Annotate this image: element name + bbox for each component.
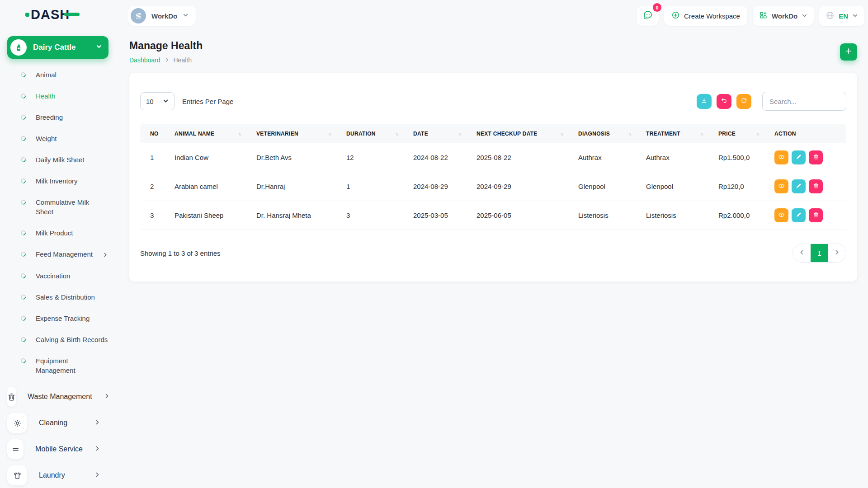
- undo-button[interactable]: [717, 94, 731, 109]
- sidebar-item-feed-management[interactable]: Feed Management: [0, 244, 116, 265]
- building-icon: [131, 8, 146, 23]
- cell-price: Rp2.000,0: [714, 201, 770, 230]
- create-workspace-button[interactable]: Create Workspace: [664, 6, 747, 26]
- cell-price: Rp120,0: [714, 172, 770, 201]
- sort-icon[interactable]: ↑↓: [560, 131, 563, 136]
- export-button[interactable]: [697, 94, 712, 109]
- bullet-ring-icon: [20, 315, 27, 322]
- cell-animal-name: Indian Cow: [170, 143, 252, 172]
- trash-icon: [813, 154, 819, 161]
- page-header: Manage Health Dashboard Health: [116, 26, 868, 64]
- sidebar-module-cleaning[interactable]: Cleaning: [0, 410, 116, 436]
- globe-icon: [826, 11, 835, 21]
- sidebar-item-weight[interactable]: Weight: [0, 128, 116, 149]
- view-button[interactable]: [774, 208, 788, 222]
- cell-next-checkup-date: 2025-08-22: [472, 143, 574, 172]
- cell-diagnosis: Listeriosis: [574, 201, 642, 230]
- next-page-button[interactable]: [828, 244, 846, 262]
- entries-per-page-value: 10: [146, 98, 154, 105]
- cell-actions: [770, 143, 846, 172]
- sidebar-item-milk-inventory[interactable]: Milk Inventory: [0, 170, 116, 192]
- chat-bubble-icon: [642, 9, 653, 22]
- pencil-icon: [796, 183, 802, 190]
- sidebar-item-label: Calving & Birth Records: [36, 335, 108, 344]
- breadcrumb-dashboard-link[interactable]: Dashboard: [129, 56, 160, 64]
- bullet-ring-icon: [20, 71, 27, 78]
- workspace-switcher[interactable]: WorkDo: [128, 6, 196, 26]
- bullet-ring-icon: [20, 272, 27, 279]
- page-number-button[interactable]: 1: [811, 244, 828, 262]
- bullet-ring-icon: [20, 230, 27, 236]
- chevron-right-icon: [94, 445, 100, 453]
- view-button[interactable]: [774, 150, 788, 164]
- workdo-apps-menu[interactable]: WorkDo: [753, 6, 814, 26]
- previous-page-button[interactable]: [793, 244, 811, 262]
- sidebar-item-vaccination[interactable]: Vaccination: [0, 265, 116, 286]
- bullet-ring-icon: [20, 357, 27, 364]
- view-button[interactable]: [774, 179, 788, 193]
- sidebar-item-sales-distribution[interactable]: Sales & Distribution: [0, 286, 116, 308]
- cell-diagnosis: Glenpool: [574, 172, 642, 201]
- sidebar-item-label: Health: [36, 91, 55, 101]
- language-selector[interactable]: EN: [819, 6, 864, 26]
- sidebar-section-dairy-cattle[interactable]: Dairy Cattle: [7, 36, 108, 59]
- entries-per-page-label: Entries Per Page: [182, 98, 233, 105]
- cell-date: 2024-08-22: [409, 143, 472, 172]
- cell-next-checkup-date: 2024-09-29: [472, 172, 574, 201]
- bullet-ring-icon: [20, 93, 27, 99]
- sidebar-module-waste-management[interactable]: Waste Management: [0, 384, 116, 410]
- sidebar-module-laundry[interactable]: Laundry: [0, 462, 116, 488]
- sort-icon[interactable]: ↑↓: [458, 131, 461, 136]
- sidebar-item-calving-birth-records[interactable]: Calving & Birth Records: [0, 329, 116, 350]
- create-workspace-label: Create Workspace: [684, 12, 740, 20]
- plus-circle-icon: [671, 11, 680, 21]
- chevron-right-icon: [94, 471, 100, 479]
- table-row: 1 Indian Cow Dr.Beth Avs 12 2024-08-22 2…: [140, 143, 846, 172]
- sidebar-item-label: Milk Product: [36, 228, 73, 238]
- bullet-ring-icon: [20, 178, 27, 184]
- entries-per-page-select[interactable]: 10: [140, 92, 175, 110]
- sort-icon[interactable]: ↑↓: [395, 131, 398, 136]
- table-toolbar-actions: [697, 92, 846, 111]
- delete-button[interactable]: [809, 208, 823, 222]
- messages-button[interactable]: 0: [637, 6, 659, 26]
- search-input[interactable]: [762, 92, 846, 111]
- eye-icon: [778, 154, 785, 162]
- sort-icon[interactable]: ↑↓: [328, 131, 331, 136]
- sort-icon[interactable]: ↑↓: [700, 131, 703, 136]
- sort-icon[interactable]: ↑↓: [238, 131, 241, 136]
- sort-icon[interactable]: ↑↓: [756, 131, 759, 136]
- edit-button[interactable]: [792, 150, 806, 164]
- sidebar-item-health[interactable]: Health: [0, 85, 116, 107]
- edit-button[interactable]: [792, 179, 806, 193]
- sort-icon[interactable]: ↑↓: [628, 131, 631, 136]
- sidebar-item-commulative-milk-sheet[interactable]: Commulative Milk Sheet: [0, 192, 116, 222]
- refresh-button[interactable]: [736, 94, 751, 109]
- health-table: NO ANIMAL NAME↑↓ VETERINARIEN↑↓ DURATION…: [140, 124, 846, 230]
- sidebar-module-label: Waste Management: [28, 393, 92, 401]
- pencil-icon: [796, 211, 802, 219]
- delete-button[interactable]: [809, 179, 823, 193]
- table-header: NO ANIMAL NAME↑↓ VETERINARIEN↑↓ DURATION…: [140, 124, 846, 143]
- sidebar-item-milk-product[interactable]: Milk Product: [0, 222, 116, 244]
- sidebar-item-breeding[interactable]: Breeding: [0, 107, 116, 128]
- sidebar-module-label: Cleaning: [39, 419, 67, 427]
- sidebar-item-expense-tracking[interactable]: Expense Tracking: [0, 308, 116, 329]
- brand-logo[interactable]: DASH: [0, 0, 116, 29]
- cell-veterinarien: Dr.Hanraj: [252, 172, 342, 201]
- bullet-ring-icon: [20, 156, 27, 163]
- bullet-ring-icon: [20, 199, 27, 206]
- shirt-icon: [7, 465, 27, 485]
- sidebar-module-mobile-service[interactable]: Mobile Service: [0, 436, 116, 462]
- cell-date: 2025-03-05: [409, 201, 472, 230]
- delete-button[interactable]: [809, 150, 823, 164]
- sidebar-module-label: Laundry: [39, 471, 65, 479]
- sidebar-item-daily-milk-sheet[interactable]: Daily Milk Sheet: [0, 149, 116, 170]
- cell-treatment: Glenpool: [642, 172, 714, 201]
- sidebar-item-label: Sales & Distribution: [36, 292, 95, 302]
- sidebar-section-label: Dairy Cattle: [33, 43, 75, 52]
- add-health-record-button[interactable]: [840, 43, 857, 61]
- sidebar-item-equipment-management[interactable]: Equipment Management: [0, 350, 116, 381]
- sidebar-item-animal[interactable]: Animal: [0, 64, 116, 85]
- edit-button[interactable]: [792, 208, 806, 222]
